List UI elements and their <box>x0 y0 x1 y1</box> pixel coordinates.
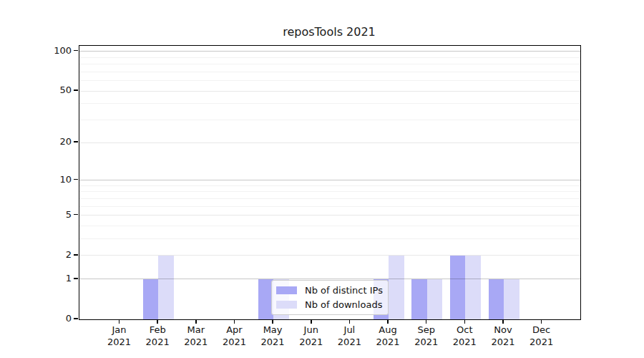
gridline-y-10 <box>79 180 580 180</box>
x-tick-label-dec: Dec2021 <box>519 324 565 348</box>
y-tick-label-0: 0 <box>0 312 72 325</box>
bar-feb-downloads <box>158 256 174 319</box>
bar-oct-distinct-ips <box>450 256 466 319</box>
x-tick-mark-jan <box>119 320 120 324</box>
y-tick-mark-20 <box>74 141 78 142</box>
legend-item: Nb of downloads <box>276 299 382 311</box>
x-tick-mark-aug <box>387 320 389 324</box>
gridline-y-100 <box>79 51 580 52</box>
x-tick-mark-feb <box>157 320 158 324</box>
bar-nov-downloads <box>504 279 519 319</box>
y-tick-mark-50 <box>74 90 78 91</box>
y-tick-mark-5 <box>74 214 78 216</box>
y-tick-label-10: 10 <box>0 173 72 186</box>
bar-feb-distinct-ips <box>143 279 159 319</box>
x-tick-mark-sep <box>426 320 427 324</box>
y-tick-label-5: 5 <box>0 208 72 221</box>
y-tick-label-50: 50 <box>0 84 72 97</box>
y-tick-mark-1 <box>74 278 78 279</box>
y-tick-mark-100 <box>74 50 78 52</box>
legend-label: Nb of downloads <box>305 299 382 311</box>
x-tick-mark-dec <box>541 320 542 324</box>
x-tick-mark-nov <box>502 320 504 324</box>
x-tick-mark-apr <box>234 320 235 324</box>
bar-sep-downloads <box>427 279 443 319</box>
chart-title: reposTools 2021 <box>79 25 580 41</box>
legend: Nb of distinct IPsNb of downloads <box>271 280 389 315</box>
legend-swatch-distinct-ips <box>276 286 297 294</box>
x-tick-mark-mar <box>195 320 197 324</box>
y-tick-label-2: 2 <box>0 248 72 261</box>
y-tick-mark-2 <box>74 254 78 256</box>
y-tick-label-1: 1 <box>0 272 72 285</box>
x-tick-year: 2021 <box>519 337 565 349</box>
x-tick-mark-jul <box>349 320 351 324</box>
major-gridlines-overlay <box>79 46 580 319</box>
x-tick-month: Dec <box>519 324 565 337</box>
y-tick-mark-0 <box>74 318 78 319</box>
legend-swatch-downloads <box>276 301 297 309</box>
bar-aug-downloads <box>389 256 404 319</box>
x-tick-mark-may <box>272 320 273 324</box>
y-tick-mark-10 <box>74 179 78 180</box>
legend-label: Nb of distinct IPs <box>305 284 383 296</box>
bar-nov-distinct-ips <box>489 279 504 319</box>
y-tick-label-20: 20 <box>0 135 72 148</box>
bar-oct-downloads <box>465 256 481 319</box>
y-tick-label-100: 100 <box>0 44 72 57</box>
bar-sep-distinct-ips <box>411 279 427 319</box>
x-tick-mark-jun <box>311 320 312 324</box>
x-tick-mark-oct <box>464 320 466 324</box>
chart-canvas: reposTools 2021 0125102050100 Jan2021Feb… <box>0 0 644 358</box>
plot-area <box>79 45 581 320</box>
legend-item: Nb of distinct IPs <box>276 284 382 296</box>
